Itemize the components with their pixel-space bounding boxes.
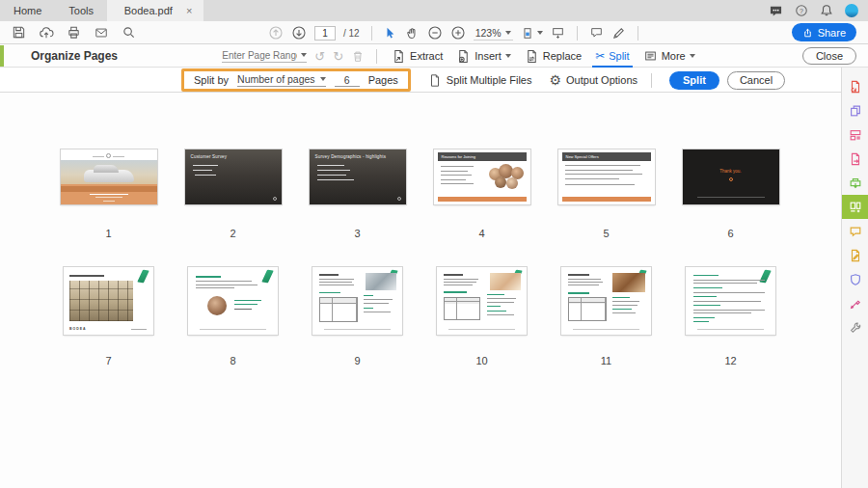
- help-icon[interactable]: ?: [795, 4, 808, 17]
- page-thumbnail-4[interactable]: Reasons for Joining: [434, 149, 530, 204]
- svg-text:?: ?: [800, 8, 803, 14]
- page-number-input[interactable]: [314, 26, 336, 41]
- zoom-level-dropdown[interactable]: 123%: [474, 26, 513, 41]
- more-label: More: [662, 50, 686, 62]
- page-cell-8: 8: [171, 267, 295, 366]
- delete-pages-icon[interactable]: [351, 49, 365, 64]
- slide-title: Reasons for Joining: [442, 154, 475, 159]
- page-range-input[interactable]: [222, 50, 297, 61]
- share-button[interactable]: Share: [792, 23, 856, 41]
- page-thumbnail-5[interactable]: New Special Offers: [558, 149, 655, 204]
- sidebar-item-organize-pages[interactable]: [842, 195, 868, 219]
- page-thumbnail-10[interactable]: [437, 267, 527, 335]
- heading-line: [693, 305, 720, 306]
- comment-tool-icon[interactable]: [589, 26, 604, 40]
- organize-controls-group: ↺ ↻ Extract Insert Replace ✂ Split: [222, 45, 697, 68]
- redo-icon[interactable]: ↻: [333, 50, 343, 63]
- page-thumbnail-3[interactable]: Survey Demographics - highlights: [310, 149, 406, 204]
- select-tool-icon[interactable]: [384, 26, 397, 41]
- subheading-line: [612, 297, 630, 298]
- tab-home[interactable]: Home: [0, 0, 55, 21]
- fit-page-dropdown[interactable]: [521, 26, 543, 41]
- extract-button[interactable]: Extract: [389, 45, 446, 68]
- page-thumbnail-11[interactable]: [561, 267, 651, 335]
- sidebar-item-comment[interactable]: [842, 219, 868, 243]
- navigation-view-group: / 12 123%: [268, 21, 642, 44]
- close-button[interactable]: Close: [802, 47, 856, 65]
- page-number-label: 3: [354, 228, 360, 239]
- heading-line: [693, 296, 717, 297]
- text-line: [441, 183, 474, 184]
- split-multiple-files-button[interactable]: Split Multiple Files: [428, 73, 532, 88]
- split-mode-dropdown[interactable]: Number of pages: [237, 73, 326, 87]
- hand-tool-icon[interactable]: [405, 26, 420, 41]
- replace-button[interactable]: Replace: [522, 45, 584, 68]
- save-icon[interactable]: [12, 25, 26, 40]
- output-options-button[interactable]: ⚙ Output Options: [549, 73, 637, 87]
- page-thumbnail-7[interactable]: BODEA: [64, 267, 153, 335]
- zoom-in-icon[interactable]: [450, 25, 466, 41]
- page-number-label: 9: [354, 355, 360, 366]
- notifications-chat-icon[interactable]: [769, 5, 783, 17]
- subheading-line: [319, 292, 340, 293]
- text-line: [90, 194, 128, 195]
- next-page-icon[interactable]: [291, 25, 307, 41]
- bell-icon[interactable]: [820, 4, 833, 17]
- more-button[interactable]: More: [640, 45, 698, 68]
- slide-title: Thank you.: [683, 169, 779, 174]
- page-thumbnail-2[interactable]: Customer Survey: [185, 149, 282, 204]
- insert-button[interactable]: Insert: [453, 45, 514, 68]
- page-thumbnail-6[interactable]: Thank you.: [683, 149, 779, 204]
- pen-tool-icon[interactable]: [611, 26, 626, 41]
- file-actions-group: [0, 25, 136, 40]
- page-range-dropdown[interactable]: [222, 50, 307, 63]
- cancel-button[interactable]: Cancel: [727, 71, 785, 90]
- text-line: [693, 301, 761, 302]
- heading-line: [196, 276, 221, 278]
- sidebar-item-edit-pdf[interactable]: [842, 122, 868, 147]
- sidebar-item-certificates[interactable]: [842, 291, 868, 315]
- page-thumbnail-8[interactable]: [188, 267, 278, 335]
- previous-page-icon[interactable]: [268, 25, 284, 41]
- page-cell-12: 12: [668, 267, 793, 366]
- user-avatar[interactable]: [845, 4, 858, 17]
- split-confirm-button[interactable]: Split: [669, 71, 719, 90]
- text-line: [364, 299, 393, 300]
- sidebar-item-fill-sign[interactable]: [842, 243, 868, 267]
- search-icon[interactable]: [122, 25, 136, 40]
- person-photo: [207, 296, 227, 315]
- sidebar-item-more-tools[interactable]: [842, 315, 868, 339]
- split-tab-button[interactable]: ✂ Split: [592, 45, 632, 68]
- tab-document[interactable]: Bodea.pdf ×: [107, 0, 203, 21]
- pages-count-input[interactable]: [335, 74, 360, 87]
- close-document-tab-icon[interactable]: ×: [186, 6, 192, 16]
- page-thumbnail-12[interactable]: [686, 267, 775, 335]
- tool-accent-strip: [0, 45, 4, 67]
- cloud-upload-icon[interactable]: [39, 25, 54, 40]
- sidebar-item-create-pdf[interactable]: [842, 74, 868, 98]
- page-cell-4: Reasons for Joining 4: [420, 149, 544, 239]
- email-icon[interactable]: [94, 26, 109, 40]
- extract-label: Extract: [410, 50, 443, 62]
- sidebar-item-protect[interactable]: [842, 267, 868, 291]
- slide-logo: [273, 197, 277, 201]
- page-thumbnail-1[interactable]: [61, 149, 157, 204]
- sidebar-item-combine-files[interactable]: [842, 98, 868, 122]
- page-thumbnail-9[interactable]: [312, 267, 402, 335]
- scrolling-mode-icon[interactable]: [551, 26, 565, 40]
- sidebar-item-scan-ocr[interactable]: [842, 171, 868, 195]
- text-line: [441, 166, 474, 167]
- heading-line: [568, 274, 589, 276]
- acrobat-window: Home Tools Bodea.pdf × ?: [0, 0, 868, 488]
- page-cell-3: Survey Demographics - highlights 3: [295, 149, 420, 239]
- text-line: [196, 285, 258, 285]
- undo-icon[interactable]: ↺: [314, 50, 325, 63]
- text-line: [196, 287, 234, 288]
- tab-tools[interactable]: Tools: [55, 0, 107, 21]
- divider: [376, 49, 377, 64]
- text-line: [444, 279, 478, 280]
- print-icon[interactable]: [67, 25, 81, 40]
- sidebar-item-export-pdf[interactable]: [842, 147, 868, 171]
- slide-logo: [106, 153, 111, 158]
- zoom-out-icon[interactable]: [427, 25, 443, 41]
